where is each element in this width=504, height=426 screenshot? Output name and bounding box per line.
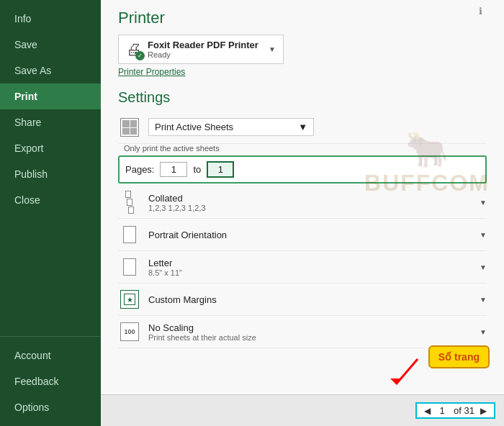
orientation-label: Portrait Orientation — [148, 230, 477, 240]
page-number-input[interactable] — [433, 405, 451, 416]
page-nav: ◀ of 31 ▶ — [415, 402, 495, 419]
print-sheets-row: Print Active Sheets ▼ — [118, 112, 487, 144]
portrait-icon — [123, 226, 136, 243]
pages-to-input[interactable] — [207, 161, 234, 178]
print-sheets-hint: Only print the active sheets — [118, 144, 487, 153]
sidebar-item-feedback[interactable]: Feedback — [0, 368, 101, 394]
sidebar-bottom-nav: Account Feedback Options — [0, 336, 101, 426]
sidebar-item-print[interactable]: Print — [0, 83, 101, 109]
printer-selector[interactable]: 🖨 ✓ Foxit Reader PDF Printer Ready ▼ — [118, 35, 284, 64]
orientation-icon — [118, 223, 141, 246]
annotation-label: Số trang — [438, 351, 480, 363]
scaling-sub: Print sheets at their actual size — [148, 333, 477, 342]
settings-title: Settings — [118, 89, 487, 106]
margins-icon: ★ — [118, 288, 141, 311]
print-sheets-arrow: ▼ — [298, 122, 307, 132]
scaling-dropdown-arrow[interactable]: ▼ — [480, 328, 487, 336]
collated-sub: 1,2,3 1,2,3 1,2,3 — [148, 204, 477, 212]
collated-text: Collated 1,2,3 1,2,3 1,2,3 — [148, 193, 477, 212]
orientation-dropdown-arrow[interactable]: ▼ — [480, 231, 487, 239]
letter-icon — [123, 258, 136, 276]
printer-status: Ready — [148, 50, 269, 59]
page-of-label: of 31 — [454, 405, 474, 416]
printer-dropdown-arrow: ▼ — [269, 45, 276, 53]
print-sheets-label: Print Active Sheets — [155, 122, 233, 132]
sidebar-item-publish[interactable]: Publish — [0, 161, 101, 187]
collated-icon — [118, 191, 141, 214]
margins-star-icon: ★ — [127, 296, 133, 304]
collated-label: Collated — [148, 193, 477, 204]
pages-row: Pages: to — [118, 155, 487, 183]
printer-section: Printer 🖨 ✓ Foxit Reader PDF Printer Rea… — [101, 0, 504, 83]
collate-icon — [125, 191, 134, 214]
print-sheets-dropdown[interactable]: Print Active Sheets ▼ — [148, 118, 314, 136]
pages-from-input[interactable] — [160, 162, 187, 177]
page-next-button[interactable]: ▶ — [477, 406, 490, 416]
sidebar-item-share[interactable]: Share — [0, 109, 101, 135]
sidebar-item-export[interactable]: Export — [0, 135, 101, 161]
margins-dropdown-arrow[interactable]: ▼ — [480, 296, 487, 304]
margins-text: Custom Margins — [148, 294, 477, 305]
printer-properties-link[interactable]: Printer Properties — [118, 67, 185, 77]
paper-size-dropdown-arrow[interactable]: ▼ — [480, 263, 487, 271]
scaling-icon: 100 — [118, 320, 141, 343]
paper-size-row: Letter 8.5" x 11" ▼ — [118, 251, 487, 284]
paper-size-sub: 8.5" x 11" — [148, 268, 477, 277]
printer-icon-wrap: 🖨 ✓ — [126, 40, 142, 59]
sidebar-item-account[interactable]: Account — [0, 343, 101, 368]
annotation-box: Số trang — [428, 345, 490, 368]
pages-label: Pages: — [125, 164, 154, 175]
sidebar-item-options[interactable]: Options — [0, 394, 101, 420]
scaling-text: No Scaling Print sheets at their actual … — [148, 322, 477, 342]
printer-name: Foxit Reader PDF Printer — [148, 40, 269, 50]
info-icon: ℹ — [479, 6, 482, 17]
margins-row: ★ Custom Margins ▼ — [118, 284, 487, 316]
printer-section-title: Printer — [118, 9, 487, 27]
scaling-row: 100 No Scaling Print sheets at their act… — [118, 316, 487, 348]
page-prev-button[interactable]: ◀ — [421, 406, 433, 416]
scaling-label: No Scaling — [148, 322, 477, 333]
bottom-bar: ◀ of 31 ▶ — [101, 394, 504, 426]
sidebar-item-close[interactable]: Close — [0, 187, 101, 213]
sidebar: Info Save Save As Print Share Export Pub… — [0, 0, 101, 426]
sidebar-item-save[interactable]: Save — [0, 32, 101, 58]
paper-size-text: Letter 8.5" x 11" — [148, 258, 477, 277]
margins-box-icon: ★ — [120, 290, 139, 309]
print-sheets-icon — [118, 116, 141, 139]
pages-to-label: to — [193, 164, 201, 175]
grid-icon — [120, 118, 139, 137]
orientation-text: Portrait Orientation — [148, 230, 477, 240]
paper-size-label: Letter — [148, 258, 477, 268]
scaling-100-icon: 100 — [120, 322, 139, 341]
collated-dropdown-arrow[interactable]: ▼ — [480, 199, 487, 207]
printer-info: Foxit Reader PDF Printer Ready — [148, 40, 269, 59]
main-content: ℹ Printer 🖨 ✓ Foxit Reader PDF Printer R… — [101, 0, 504, 426]
paper-size-icon — [118, 255, 141, 278]
sidebar-nav: Info Save Save As Print Share Export Pub… — [0, 0, 101, 336]
collated-row: Collated 1,2,3 1,2,3 1,2,3 ▼ — [118, 186, 487, 219]
sidebar-item-info[interactable]: Info — [0, 6, 101, 32]
printer-ready-badge: ✓ — [135, 51, 145, 60]
sidebar-item-saveas[interactable]: Save As — [0, 58, 101, 83]
margins-inner-icon: ★ — [124, 294, 135, 305]
margins-label: Custom Margins — [148, 294, 477, 305]
orientation-row: Portrait Orientation ▼ — [118, 219, 487, 251]
